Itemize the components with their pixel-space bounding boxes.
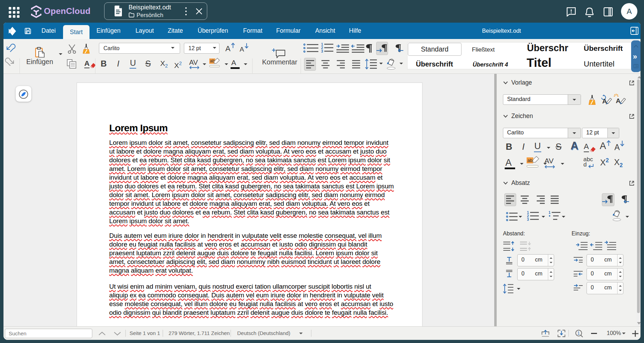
svg-text:1: 1: [549, 211, 551, 215]
svg-text:3: 3: [527, 218, 529, 221]
svg-text:1: 1: [577, 330, 580, 336]
svg-text:A: A: [616, 97, 621, 104]
svg-text:3: 3: [321, 49, 323, 53]
